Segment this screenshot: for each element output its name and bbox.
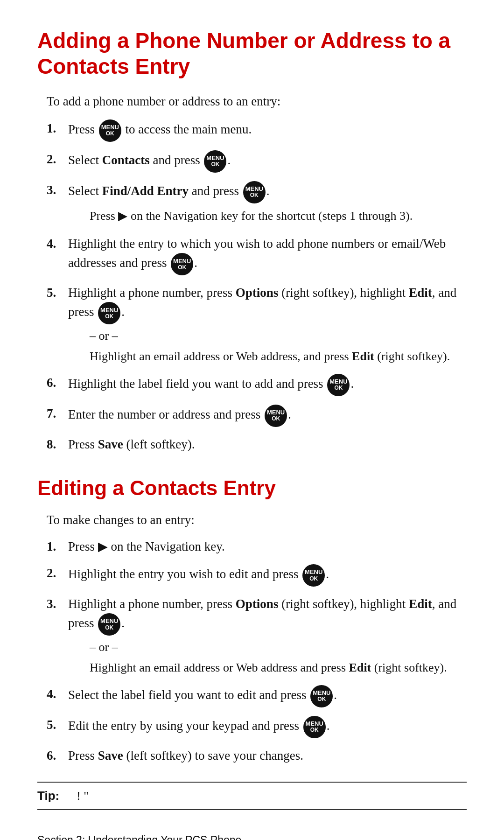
- step-num: 5.: [47, 716, 68, 734]
- step-num: 6.: [47, 374, 68, 392]
- or-line: – or –: [90, 327, 467, 345]
- step-num: 7.: [47, 405, 68, 423]
- step-content: Enter the number or address and press ME…: [68, 405, 467, 427]
- step-content: Highlight the entry you wish to edit and…: [68, 564, 467, 587]
- step-content: Select Find/Add Entry and press MENUOK. …: [68, 181, 467, 227]
- or-continue: Highlight an email address or Web addres…: [90, 348, 467, 365]
- step-2-3: 3. Highlight a phone number, press Optio…: [47, 595, 467, 677]
- step-content: Select Contacts and press MENUOK.: [68, 150, 467, 173]
- step-2-2: 2. Highlight the entry you wish to edit …: [47, 564, 467, 587]
- step-content: Press Save (left softkey) to save your c…: [68, 747, 467, 765]
- section2-title: Editing a Contacts Entry: [37, 476, 467, 501]
- step-num: 5.: [47, 284, 68, 302]
- step-num: 1.: [47, 119, 68, 138]
- section1-intro: To add a phone number or address to an e…: [47, 92, 467, 111]
- step-num: 2.: [47, 150, 68, 168]
- step-1-2: 2. Select Contacts and press MENUOK.: [47, 150, 467, 173]
- step-1-6: 6. Highlight the label field you want to…: [47, 374, 467, 396]
- step-content: Highlight a phone number, press Options …: [68, 284, 467, 365]
- step-content: Press Save (left softkey).: [68, 435, 467, 454]
- step-2-4: 4. Select the label field you want to ed…: [47, 685, 467, 707]
- menu-button-icon: MENUOK: [243, 181, 266, 203]
- section1-title: Adding a Phone Number or Address to a Co…: [37, 28, 467, 79]
- section2-steps: 1. Press ▶ on the Navigation key. 2. Hig…: [47, 538, 467, 765]
- step-1-7: 7. Enter the number or address and press…: [47, 405, 467, 427]
- step-1-1: 1. Press MENUOK to access the main menu.: [47, 119, 467, 142]
- step-1-8: 8. Press Save (left softkey).: [47, 435, 467, 454]
- step-num: 1.: [47, 538, 68, 556]
- step-content: Highlight a phone number, press Options …: [68, 595, 467, 677]
- section1-steps: 1. Press MENUOK to access the main menu.…: [47, 119, 467, 454]
- footer-left: Section 2: Understanding Your PCS Phone …: [37, 833, 241, 840]
- step-1-3: 3. Select Find/Add Entry and press MENUO…: [47, 181, 467, 227]
- step-num: 4.: [47, 235, 68, 253]
- menu-button-icon: MENUOK: [98, 613, 120, 636]
- footer: Section 2: Understanding Your PCS Phone …: [37, 833, 467, 840]
- step-1-5: 5. Highlight a phone number, press Optio…: [47, 284, 467, 365]
- step-num: 8.: [47, 435, 68, 454]
- step-2-1: 1. Press ▶ on the Navigation key.: [47, 538, 467, 556]
- or-line: – or –: [90, 638, 467, 656]
- tip-content: ! ": [77, 787, 89, 805]
- step-2-6: 6. Press Save (left softkey) to save you…: [47, 747, 467, 765]
- step-num: 3.: [47, 595, 68, 613]
- menu-button-icon: MENUOK: [327, 374, 350, 396]
- step-num: 6.: [47, 747, 68, 765]
- step-num: 4.: [47, 685, 68, 703]
- step-1-4: 4. Highlight the entry to which you wish…: [47, 235, 467, 275]
- step-num: 2.: [47, 564, 68, 582]
- menu-button-icon: MENUOK: [171, 253, 193, 275]
- menu-button-icon: MENUOK: [265, 405, 287, 427]
- menu-button-icon: MENUOK: [204, 150, 226, 173]
- menu-button-icon: MENUOK: [99, 119, 121, 142]
- step-content: Highlight the entry to which you wish to…: [68, 235, 467, 275]
- sub-note: Press ▶ on the Navigation key for the sh…: [90, 207, 467, 225]
- menu-button-icon: MENUOK: [303, 716, 326, 738]
- step-num: 3.: [47, 181, 68, 199]
- step-content: Press MENUOK to access the main menu.: [68, 119, 467, 142]
- step-content: Press ▶ on the Navigation key.: [68, 538, 467, 556]
- step-content: Edit the entry by using your keypad and …: [68, 716, 467, 738]
- menu-button-icon: MENUOK: [310, 685, 333, 707]
- footer-section: Section 2: Understanding Your PCS Phone: [37, 833, 241, 840]
- tip-label: Tip:: [37, 787, 65, 805]
- or-continue: Highlight an email address or Web addres…: [90, 659, 467, 677]
- step-content: Highlight the label field you want to ad…: [68, 374, 467, 396]
- step-2-5: 5. Edit the entry by using your keypad a…: [47, 716, 467, 738]
- menu-button-icon: MENUOK: [302, 564, 325, 587]
- menu-button-icon: MENUOK: [98, 302, 120, 324]
- section2-intro: To make changes to an entry:: [47, 511, 467, 529]
- tip-bar: Tip: ! ": [37, 782, 467, 811]
- step-content: Select the label field you want to edit …: [68, 685, 467, 707]
